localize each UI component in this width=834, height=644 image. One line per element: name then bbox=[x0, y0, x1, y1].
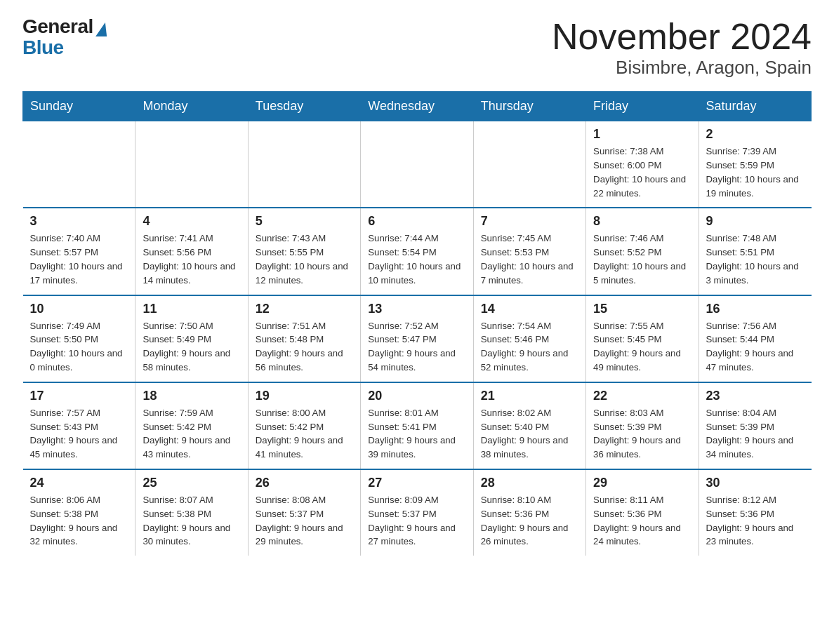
calendar-week-row: 24Sunrise: 8:06 AM Sunset: 5:38 PM Dayli… bbox=[23, 469, 812, 556]
day-number: 12 bbox=[256, 302, 353, 316]
calendar-cell: 27Sunrise: 8:09 AM Sunset: 5:37 PM Dayli… bbox=[361, 469, 473, 556]
calendar-cell bbox=[248, 121, 360, 208]
calendar-cell: 14Sunrise: 7:54 AM Sunset: 5:46 PM Dayli… bbox=[473, 295, 585, 382]
calendar-cell: 11Sunrise: 7:50 AM Sunset: 5:49 PM Dayli… bbox=[135, 295, 248, 382]
day-info: Sunrise: 8:04 AM Sunset: 5:39 PM Dayligh… bbox=[706, 406, 805, 462]
calendar-cell: 20Sunrise: 8:01 AM Sunset: 5:41 PM Dayli… bbox=[361, 382, 473, 469]
day-info: Sunrise: 7:57 AM Sunset: 5:43 PM Dayligh… bbox=[30, 406, 128, 462]
day-info: Sunrise: 7:54 AM Sunset: 5:46 PM Dayligh… bbox=[481, 319, 578, 375]
day-number: 1 bbox=[593, 127, 691, 142]
calendar-cell: 4Sunrise: 7:41 AM Sunset: 5:56 PM Daylig… bbox=[135, 208, 248, 295]
page-header: General Blue November 2024 Bisimbre, Ara… bbox=[22, 17, 812, 79]
day-number: 16 bbox=[706, 302, 805, 316]
calendar-cell: 21Sunrise: 8:02 AM Sunset: 5:40 PM Dayli… bbox=[473, 382, 585, 469]
calendar-week-row: 17Sunrise: 7:57 AM Sunset: 5:43 PM Dayli… bbox=[23, 382, 812, 469]
calendar-cell bbox=[23, 121, 135, 208]
calendar-cell: 3Sunrise: 7:40 AM Sunset: 5:57 PM Daylig… bbox=[23, 208, 135, 295]
calendar-week-row: 3Sunrise: 7:40 AM Sunset: 5:57 PM Daylig… bbox=[23, 208, 812, 295]
day-info: Sunrise: 7:50 AM Sunset: 5:49 PM Dayligh… bbox=[143, 319, 240, 375]
day-number: 2 bbox=[706, 127, 805, 142]
weekday-header-tuesday: Tuesday bbox=[248, 92, 360, 121]
day-info: Sunrise: 7:55 AM Sunset: 5:45 PM Dayligh… bbox=[593, 319, 691, 375]
calendar-cell: 19Sunrise: 8:00 AM Sunset: 5:42 PM Dayli… bbox=[248, 382, 360, 469]
calendar-cell: 10Sunrise: 7:49 AM Sunset: 5:50 PM Dayli… bbox=[23, 295, 135, 382]
day-number: 24 bbox=[30, 476, 128, 490]
day-number: 25 bbox=[143, 476, 240, 490]
day-info: Sunrise: 8:06 AM Sunset: 5:38 PM Dayligh… bbox=[30, 493, 128, 549]
calendar-cell: 15Sunrise: 7:55 AM Sunset: 5:45 PM Dayli… bbox=[586, 295, 699, 382]
day-number: 20 bbox=[368, 389, 465, 403]
calendar-cell bbox=[361, 121, 473, 208]
day-info: Sunrise: 8:00 AM Sunset: 5:42 PM Dayligh… bbox=[256, 406, 353, 462]
day-info: Sunrise: 7:46 AM Sunset: 5:52 PM Dayligh… bbox=[593, 232, 691, 287]
day-info: Sunrise: 8:08 AM Sunset: 5:37 PM Dayligh… bbox=[256, 493, 353, 549]
logo-blue-text: Blue bbox=[22, 36, 64, 59]
day-info: Sunrise: 7:43 AM Sunset: 5:55 PM Dayligh… bbox=[256, 232, 353, 287]
calendar-cell: 1Sunrise: 7:38 AM Sunset: 6:00 PM Daylig… bbox=[586, 121, 699, 208]
calendar-table: SundayMondayTuesdayWednesdayThursdayFrid… bbox=[22, 91, 812, 556]
month-title: November 2024 bbox=[552, 17, 812, 57]
location-subtitle: Bisimbre, Aragon, Spain bbox=[552, 57, 812, 79]
day-number: 30 bbox=[706, 476, 805, 490]
day-info: Sunrise: 8:10 AM Sunset: 5:36 PM Dayligh… bbox=[481, 493, 578, 549]
calendar-cell: 17Sunrise: 7:57 AM Sunset: 5:43 PM Dayli… bbox=[23, 382, 135, 469]
day-info: Sunrise: 8:02 AM Sunset: 5:40 PM Dayligh… bbox=[481, 406, 578, 462]
day-info: Sunrise: 7:59 AM Sunset: 5:42 PM Dayligh… bbox=[143, 406, 240, 462]
day-info: Sunrise: 7:51 AM Sunset: 5:48 PM Dayligh… bbox=[256, 319, 353, 375]
day-info: Sunrise: 8:01 AM Sunset: 5:41 PM Dayligh… bbox=[368, 406, 465, 462]
calendar-cell: 6Sunrise: 7:44 AM Sunset: 5:54 PM Daylig… bbox=[361, 208, 473, 295]
day-info: Sunrise: 7:52 AM Sunset: 5:47 PM Dayligh… bbox=[368, 319, 465, 375]
day-number: 6 bbox=[368, 214, 465, 229]
calendar-cell: 9Sunrise: 7:48 AM Sunset: 5:51 PM Daylig… bbox=[699, 208, 811, 295]
weekday-header-sunday: Sunday bbox=[23, 92, 135, 121]
day-number: 29 bbox=[593, 476, 691, 490]
day-info: Sunrise: 7:38 AM Sunset: 6:00 PM Dayligh… bbox=[593, 145, 691, 200]
day-info: Sunrise: 7:41 AM Sunset: 5:56 PM Dayligh… bbox=[143, 232, 240, 287]
day-info: Sunrise: 7:49 AM Sunset: 5:50 PM Dayligh… bbox=[30, 319, 128, 375]
day-number: 18 bbox=[143, 389, 240, 403]
day-info: Sunrise: 8:11 AM Sunset: 5:36 PM Dayligh… bbox=[593, 493, 691, 549]
calendar-cell: 26Sunrise: 8:08 AM Sunset: 5:37 PM Dayli… bbox=[248, 469, 360, 556]
calendar-cell bbox=[473, 121, 585, 208]
day-info: Sunrise: 8:07 AM Sunset: 5:38 PM Dayligh… bbox=[143, 493, 240, 549]
day-info: Sunrise: 7:40 AM Sunset: 5:57 PM Dayligh… bbox=[30, 232, 128, 287]
calendar-cell: 22Sunrise: 8:03 AM Sunset: 5:39 PM Dayli… bbox=[586, 382, 699, 469]
day-info: Sunrise: 7:45 AM Sunset: 5:53 PM Dayligh… bbox=[481, 232, 578, 287]
calendar-cell: 25Sunrise: 8:07 AM Sunset: 5:38 PM Dayli… bbox=[135, 469, 248, 556]
calendar-cell: 8Sunrise: 7:46 AM Sunset: 5:52 PM Daylig… bbox=[586, 208, 699, 295]
day-number: 26 bbox=[256, 476, 353, 490]
day-info: Sunrise: 8:03 AM Sunset: 5:39 PM Dayligh… bbox=[593, 406, 691, 462]
day-number: 27 bbox=[368, 476, 465, 490]
calendar-cell: 18Sunrise: 7:59 AM Sunset: 5:42 PM Dayli… bbox=[135, 382, 248, 469]
day-number: 11 bbox=[143, 302, 240, 316]
day-number: 23 bbox=[706, 389, 805, 403]
weekday-header-wednesday: Wednesday bbox=[361, 92, 473, 121]
day-info: Sunrise: 7:56 AM Sunset: 5:44 PM Dayligh… bbox=[706, 319, 805, 375]
day-number: 5 bbox=[256, 214, 353, 229]
day-number: 19 bbox=[256, 389, 353, 403]
calendar-cell: 12Sunrise: 7:51 AM Sunset: 5:48 PM Dayli… bbox=[248, 295, 360, 382]
weekday-header-row: SundayMondayTuesdayWednesdayThursdayFrid… bbox=[23, 92, 812, 121]
title-block: November 2024 Bisimbre, Aragon, Spain bbox=[552, 17, 812, 79]
day-number: 3 bbox=[30, 214, 128, 229]
weekday-header-monday: Monday bbox=[135, 92, 248, 121]
day-number: 7 bbox=[481, 214, 578, 229]
day-number: 21 bbox=[481, 389, 578, 403]
calendar-cell: 24Sunrise: 8:06 AM Sunset: 5:38 PM Dayli… bbox=[23, 469, 135, 556]
calendar-cell: 28Sunrise: 8:10 AM Sunset: 5:36 PM Dayli… bbox=[473, 469, 585, 556]
day-info: Sunrise: 7:39 AM Sunset: 5:59 PM Dayligh… bbox=[706, 145, 805, 200]
day-number: 17 bbox=[30, 389, 128, 403]
calendar-cell: 2Sunrise: 7:39 AM Sunset: 5:59 PM Daylig… bbox=[699, 121, 811, 208]
day-number: 13 bbox=[368, 302, 465, 316]
logo-general-text: General bbox=[22, 17, 93, 36]
calendar-cell: 7Sunrise: 7:45 AM Sunset: 5:53 PM Daylig… bbox=[473, 208, 585, 295]
day-number: 22 bbox=[593, 389, 691, 403]
weekday-header-thursday: Thursday bbox=[473, 92, 585, 121]
day-number: 9 bbox=[706, 214, 805, 229]
calendar-cell: 30Sunrise: 8:12 AM Sunset: 5:36 PM Dayli… bbox=[699, 469, 811, 556]
day-number: 28 bbox=[481, 476, 578, 490]
calendar-week-row: 1Sunrise: 7:38 AM Sunset: 6:00 PM Daylig… bbox=[23, 121, 812, 208]
day-info: Sunrise: 8:09 AM Sunset: 5:37 PM Dayligh… bbox=[368, 493, 465, 549]
day-number: 10 bbox=[30, 302, 128, 316]
day-info: Sunrise: 7:44 AM Sunset: 5:54 PM Dayligh… bbox=[368, 232, 465, 287]
